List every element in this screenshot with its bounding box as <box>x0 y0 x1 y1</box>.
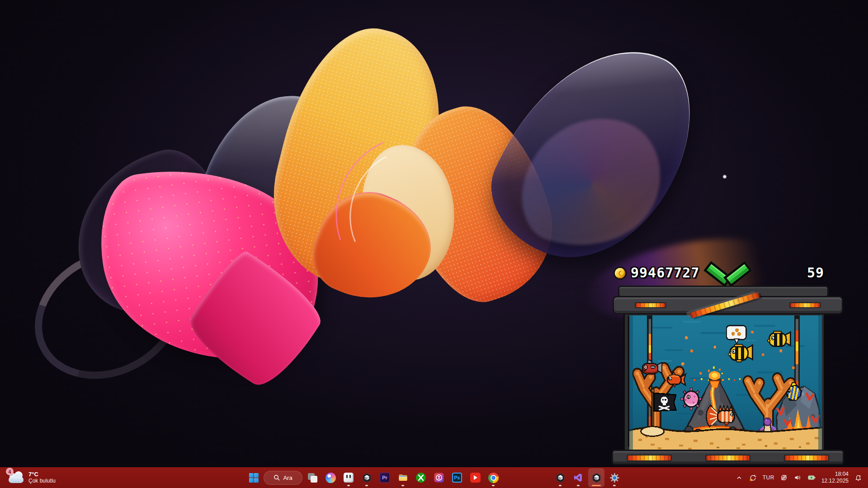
taskbar-app-task-view[interactable] <box>304 468 321 487</box>
tank-base <box>612 450 844 465</box>
wallpaper-pink-petal <box>91 151 330 377</box>
system-tray: TUR <box>735 467 868 488</box>
taskbar: 4 7°C Çok bulutlu Ara <box>0 467 868 488</box>
weather-badge: 4 <box>6 468 14 475</box>
search-label: Ara <box>283 474 292 481</box>
language-indicator[interactable]: TUR <box>763 474 774 481</box>
taskbar-app-chrome[interactable] <box>485 468 501 487</box>
wallpaper-orange-curl <box>301 177 445 318</box>
wallpaper-gloss-rim <box>332 134 482 291</box>
fish-counter: 59 <box>807 265 824 281</box>
globe-no-internet-icon <box>780 474 788 481</box>
base-lava-strip <box>706 455 750 460</box>
tray-time: 18:04 <box>821 471 849 478</box>
cloud-icon: 4 <box>8 472 24 483</box>
settings-gear-icon <box>609 473 620 483</box>
weather-condition: Çok bulutlu <box>28 478 56 484</box>
unity-icon <box>591 473 602 483</box>
active-indicator <box>592 485 601 486</box>
copilot-icon <box>326 473 336 483</box>
wallpaper-dark-petal <box>57 139 245 327</box>
visual-studio-icon <box>573 473 583 483</box>
chevron-up-icon <box>736 474 742 481</box>
wallpaper-pink-tail <box>179 245 332 397</box>
file-explorer-icon <box>398 473 408 483</box>
search-icon <box>274 474 280 481</box>
volume-button[interactable] <box>793 471 802 484</box>
aquarium-scene <box>629 315 822 450</box>
taskbar-app-visual-studio[interactable] <box>570 468 586 487</box>
photoshop-icon: Ps <box>452 473 462 483</box>
desktop: C 99467727 59 <box>0 0 868 488</box>
taskbar-app-unity-1[interactable] <box>552 468 568 487</box>
taskbar-app-youtube[interactable] <box>467 468 483 487</box>
base-lava-strip <box>627 455 671 460</box>
battery-charging-icon <box>807 474 816 481</box>
coin-counter: 99467727 <box>631 265 700 281</box>
taskbar-app-copilot[interactable] <box>322 468 339 487</box>
wallpaper-glass-petal <box>190 75 352 255</box>
lid-lava-strip <box>790 303 820 307</box>
start-button[interactable] <box>245 468 262 487</box>
network-button[interactable] <box>779 471 788 484</box>
unity-icon <box>555 473 566 483</box>
tank-lid <box>613 296 843 314</box>
wallpaper-glass-right-petal <box>472 14 717 288</box>
weather-temperature: 7°C <box>28 471 56 478</box>
running-indicator <box>347 485 350 486</box>
search-box[interactable]: Ara <box>264 468 302 487</box>
wallpaper-orange-petal <box>382 90 571 317</box>
wallpaper-yellow-petal <box>254 13 461 299</box>
premiere-pro-icon: Pr <box>380 473 390 483</box>
tray-date: 12.12.2025 <box>821 478 849 484</box>
taskbar-separator <box>503 475 550 480</box>
people-app-icon <box>434 473 444 483</box>
wallpaper-glass-loop <box>12 224 205 404</box>
windows-logo-icon <box>249 473 259 483</box>
bell-dnd-icon: z <box>854 474 862 482</box>
sync-icon <box>749 474 757 482</box>
taskbar-app-settings[interactable] <box>606 468 623 487</box>
chrome-icon <box>488 473 499 483</box>
running-indicator <box>365 485 368 486</box>
taskbar-app-unity-active[interactable] <box>588 468 604 487</box>
weather-widget[interactable]: 4 7°C Çok bulutlu <box>5 467 58 488</box>
taskbar-app-explorer[interactable] <box>395 468 411 487</box>
speaker-icon <box>794 474 802 481</box>
aquarium-tank[interactable] <box>623 311 825 451</box>
coin-icon: C <box>613 267 627 280</box>
running-indicator <box>613 485 616 486</box>
running-indicator <box>577 485 580 486</box>
pufferfish <box>681 388 702 410</box>
taskbar-app-photoshop[interactable]: Ps <box>449 468 465 487</box>
taskbar-app-unity-hub[interactable] <box>359 468 375 487</box>
notifications-button[interactable]: z <box>854 471 863 484</box>
taskbar-app-premiere[interactable]: Pr <box>377 468 393 487</box>
lid-lava-strip <box>636 303 665 307</box>
running-indicator <box>401 485 404 486</box>
aquarium-widget[interactable]: C 99467727 59 <box>612 264 844 465</box>
wallpaper-gloss-rim <box>312 114 497 305</box>
battery-button[interactable] <box>807 471 816 484</box>
taskbar-app-pet[interactable] <box>340 468 357 487</box>
unity-hub-icon <box>362 473 372 483</box>
hidden-icons-button[interactable] <box>735 471 744 484</box>
chevron-down-icon[interactable] <box>705 263 750 292</box>
wallpaper-sparkle <box>722 174 727 179</box>
taskbar-app-xbox[interactable] <box>413 468 429 487</box>
running-indicator <box>559 485 561 486</box>
task-view-icon <box>308 473 317 483</box>
pet-app-icon <box>344 473 354 483</box>
taskbar-center: Ara Pr <box>245 467 623 488</box>
taskbar-app-people[interactable] <box>431 468 447 487</box>
svg-text:z: z <box>859 474 860 477</box>
wallpaper-iridescent-glow <box>509 99 676 268</box>
butterflyfish <box>768 331 790 346</box>
wallpaper-cream-petal <box>351 137 466 287</box>
running-indicator <box>492 485 495 486</box>
base-lava-strip <box>785 455 828 460</box>
xbox-icon <box>415 472 426 483</box>
clock[interactable]: 18:04 12.12.2025 <box>821 471 849 484</box>
update-pending-button[interactable] <box>749 471 758 484</box>
youtube-icon <box>470 473 481 483</box>
